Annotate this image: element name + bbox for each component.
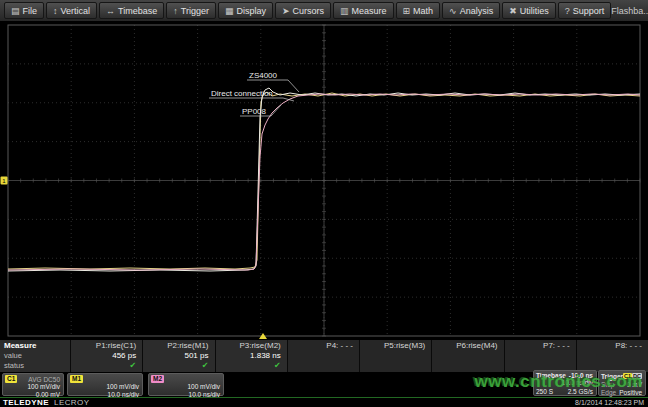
menu-label: Analysis xyxy=(460,6,494,16)
status-bar: TELEDYNE LECROY 8/1/2014 12:48:23 PM xyxy=(0,398,648,407)
brand-lecroy: LECROY xyxy=(54,398,89,407)
menu-timebase[interactable]: ↔Timebase xyxy=(99,2,164,19)
status-check-icon: ✔ xyxy=(216,361,281,371)
vertical-icon: ↕ xyxy=(53,6,58,16)
oscilloscope-app: ▤File↕Vertical↔Timebase↑Trigger▦Display➤… xyxy=(0,0,648,407)
measure-p7[interactable]: P7: - - - xyxy=(505,340,576,372)
measure-p4[interactable]: P4: - - - xyxy=(288,340,359,372)
flashback-button[interactable]: Flashba... xyxy=(611,6,648,16)
channel-c1-descriptor[interactable]: C1AVG DC50100 mV/div0.00 mV xyxy=(2,373,64,396)
trigger-descriptor[interactable]: Trigger C1DC Stop 0 mV Edge Positive xyxy=(598,370,646,396)
brand-logo: TELEDYNE LECROY xyxy=(3,398,89,407)
menu-label: Measure xyxy=(352,6,387,16)
channel-coupling: AVG DC50 xyxy=(28,376,60,383)
status-check-icon: ✔ xyxy=(71,361,136,371)
menu-vertical[interactable]: ↕Vertical xyxy=(46,2,97,19)
measure-header: P3:rise(M2) xyxy=(216,341,281,351)
measure-value xyxy=(505,351,570,361)
menu-trigger[interactable]: ↑Trigger xyxy=(166,2,216,19)
measure-p1[interactable]: P1:rise(C1)456 ps✔ xyxy=(71,340,142,372)
utilities-icon: ✖ xyxy=(509,6,517,16)
measure-value xyxy=(288,351,353,361)
status-empty xyxy=(360,361,425,371)
status-empty xyxy=(288,361,353,371)
menu-label: Vertical xyxy=(61,6,91,16)
menu-label: Timebase xyxy=(118,6,157,16)
trigger-icon: ↑ xyxy=(173,6,178,16)
timebase-title: Timebase xyxy=(536,372,566,379)
timebase-rate: 2.5 GS/s xyxy=(568,388,593,395)
brand-teledyne: TELEDYNE xyxy=(3,398,49,407)
measure-table: Measure value status P1:rise(C1)456 ps✔P… xyxy=(0,340,648,372)
menu-display[interactable]: ▦Display xyxy=(218,2,273,19)
menu-label: Cursors xyxy=(293,6,325,16)
measure-value xyxy=(432,351,497,361)
menu-label: Trigger xyxy=(181,6,209,16)
menu-analysis[interactable]: ∿Analysis xyxy=(442,2,500,19)
measure-value: 456 ps xyxy=(71,351,136,361)
measure-header: P5:rise(M3) xyxy=(360,341,425,351)
timebase-scale: 10.0 ns/div xyxy=(534,379,596,387)
waveform-display[interactable]: ZS4000Direct connectionPP0081 xyxy=(0,22,648,342)
measure-icon: ▥ xyxy=(340,6,349,16)
measure-p2[interactable]: P2:rise(M1)501 ps✔ xyxy=(143,340,214,372)
menu-cursors[interactable]: ➤Cursors xyxy=(275,2,331,19)
measure-p8[interactable]: P8: - - - xyxy=(577,340,648,372)
measure-p5[interactable]: P5:rise(M3) xyxy=(360,340,431,372)
timebase-icon: ↔ xyxy=(106,6,115,16)
channel-badge: M2 xyxy=(151,375,164,383)
status-label: status xyxy=(4,361,70,371)
trigger-level: 0 mV xyxy=(627,381,642,388)
measure-value: 1.838 ns xyxy=(216,351,281,361)
measure-header: P6:rise(M4) xyxy=(432,341,497,351)
channel-m1-descriptor[interactable]: M1100 mV/div10.0 ns/div xyxy=(67,373,143,396)
menu-bar: ▤File↕Vertical↔Timebase↑Trigger▦Display➤… xyxy=(0,0,648,22)
menu-label: Display xyxy=(236,6,266,16)
value-label: value xyxy=(4,351,70,361)
measure-label: Measure xyxy=(4,341,70,351)
channel-m2-descriptor[interactable]: M2100 mV/div10.0 ns/div xyxy=(148,373,224,396)
channel-vdiv: 100 mV/div xyxy=(68,383,142,391)
annotation-zs4000: ZS4000 xyxy=(249,71,278,80)
measure-header: P2:rise(M1) xyxy=(143,341,208,351)
menu-measure[interactable]: ▥Measure xyxy=(333,2,394,19)
support-icon: ? xyxy=(565,6,570,16)
menu-utilities[interactable]: ✖Utilities xyxy=(502,2,556,19)
trigger-slope: Positive xyxy=(619,389,642,396)
analysis-icon: ∿ xyxy=(449,6,457,16)
measure-row-labels: Measure value status xyxy=(0,340,70,372)
trigger-source-badge: C1DC xyxy=(623,372,642,380)
measure-value: 501 ps xyxy=(143,351,208,361)
status-empty xyxy=(432,361,497,371)
measure-value xyxy=(577,351,642,361)
measure-p3[interactable]: P3:rise(M2)1.838 ns✔ xyxy=(216,340,287,372)
trigger-source: C1 xyxy=(623,373,632,379)
timebase-delay: -10.0 ns xyxy=(569,372,593,379)
menu-label: Support xyxy=(573,6,605,16)
timebase-descriptor[interactable]: Timebase -10.0 ns 10.0 ns/div 250 S 2.5 … xyxy=(533,370,597,396)
channel-badge: C1 xyxy=(5,375,17,383)
annotation-pp008: PP008 xyxy=(242,107,267,116)
menu-label: Utilities xyxy=(520,6,549,16)
menu-math[interactable]: ⊞Math xyxy=(396,2,441,19)
menu-support[interactable]: ?Support xyxy=(558,2,612,19)
channel-vdiv: 100 mV/div xyxy=(3,383,63,391)
display-icon: ▦ xyxy=(225,6,234,16)
measure-header: P7: - - - xyxy=(505,341,570,351)
menu-file[interactable]: ▤File xyxy=(4,2,44,19)
annotation-direct-connection: Direct connection xyxy=(211,89,273,98)
trigger-type: Edge xyxy=(601,389,616,396)
datetime: 8/1/2014 12:48:23 PM xyxy=(575,399,644,406)
menu-right: Flashba... Undo ↶ xyxy=(611,2,648,20)
menu-label: File xyxy=(23,6,38,16)
measure-header: P1:rise(C1) xyxy=(71,341,136,351)
measure-header: P8: - - - xyxy=(577,341,642,351)
channel-badge: M1 xyxy=(70,375,83,383)
menu-label: Math xyxy=(413,6,433,16)
math-icon: ⊞ xyxy=(403,6,411,16)
waveform-svg: ZS4000Direct connectionPP0081 xyxy=(0,22,648,342)
measure-p6[interactable]: P6:rise(M4) xyxy=(432,340,503,372)
measure-header: P4: - - - xyxy=(288,341,353,351)
menu-items: ▤File↕Vertical↔Timebase↑Trigger▦Display➤… xyxy=(0,2,611,19)
status-check-icon: ✔ xyxy=(143,361,208,371)
